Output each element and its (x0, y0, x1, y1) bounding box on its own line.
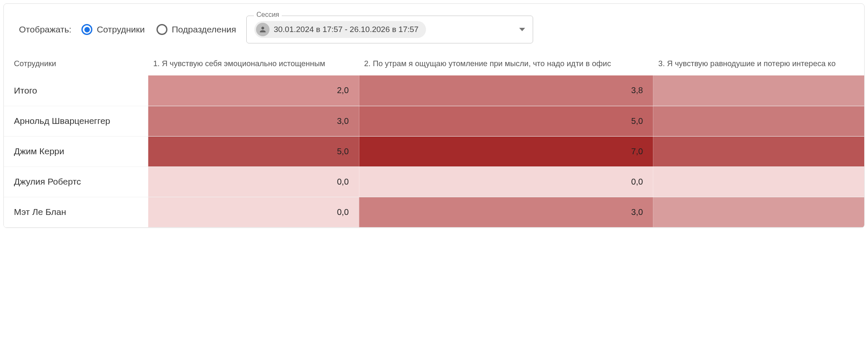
heatmap-cell: 0,0 (359, 166, 653, 197)
heatmap-cell (653, 75, 864, 106)
session-chip-label: 30.01.2024 в 17:57 - 26.10.2026 в 17:57 (274, 25, 418, 34)
heatmap-cell: 7,0 (359, 136, 653, 166)
heatmap-cell: 0,0 (148, 166, 359, 197)
row-name: Джулия Робертс (4, 166, 148, 197)
row-name: Мэт Ле Блан (4, 197, 148, 227)
heatmap-cell: 3,0 (359, 197, 653, 227)
display-radio-group: Сотрудники Подразделения (81, 24, 236, 35)
session-select[interactable]: 30.01.2024 в 17:57 - 26.10.2026 в 17:57 (246, 16, 533, 43)
heatmap-cell: 2,0 (148, 75, 359, 106)
heatmap-cell (653, 166, 864, 197)
session-chip[interactable]: 30.01.2024 в 17:57 - 26.10.2026 в 17:57 (254, 21, 426, 38)
table-row: Мэт Ле Блан0,03,0 (4, 197, 864, 227)
radio-label: Сотрудники (97, 24, 145, 35)
table-row: Джулия Робертс0,00,0 (4, 166, 864, 197)
radio-icon-selected (81, 24, 92, 35)
heatmap-cell: 3,8 (359, 75, 653, 106)
row-name: Джим Керри (4, 136, 148, 166)
column-header-q3: 3. Я чувствую равнодушие и потерю интере… (653, 52, 864, 75)
display-label: Отображать: (19, 24, 71, 35)
row-name: Итого (4, 75, 148, 106)
person-icon (256, 23, 270, 36)
heatmap-table-area: Сотрудники 1. Я чувствую себя эмоциональ… (4, 52, 864, 228)
heatmap-cell (653, 136, 864, 166)
column-header-q2: 2. По утрам я ощущаю утомление при мысли… (359, 52, 653, 75)
session-select-wrapper: Сессия 30.01.2024 в 17:57 - 26.10.2026 в… (246, 16, 533, 43)
heatmap-cell: 0,0 (148, 197, 359, 227)
heatmap-cell: 5,0 (148, 136, 359, 166)
heatmap-cell (653, 106, 864, 136)
heatmap-table: Сотрудники 1. Я чувствую себя эмоциональ… (4, 52, 864, 228)
filter-controls: Отображать: Сотрудники Подразделения Сес… (4, 4, 864, 52)
chevron-down-icon (519, 28, 525, 31)
row-name: Арнольд Шварценеггер (4, 106, 148, 136)
radio-icon-unselected (156, 24, 167, 35)
radio-departments[interactable]: Подразделения (156, 24, 236, 35)
session-fieldset-label: Сессия (254, 11, 282, 19)
column-header-rowname: Сотрудники (4, 52, 148, 75)
column-header-q1: 1. Я чувствую себя эмоционально истощенн… (148, 52, 359, 75)
heatmap-cell: 3,0 (148, 106, 359, 136)
table-row: Арнольд Шварценеггер3,05,0 (4, 106, 864, 136)
report-card: Отображать: Сотрудники Подразделения Сес… (3, 3, 865, 228)
table-row: Джим Керри5,07,0 (4, 136, 864, 166)
radio-label: Подразделения (172, 24, 236, 35)
table-row: Итого2,03,8 (4, 75, 864, 106)
radio-employees[interactable]: Сотрудники (81, 24, 145, 35)
heatmap-cell: 5,0 (359, 106, 653, 136)
heatmap-cell (653, 197, 864, 227)
